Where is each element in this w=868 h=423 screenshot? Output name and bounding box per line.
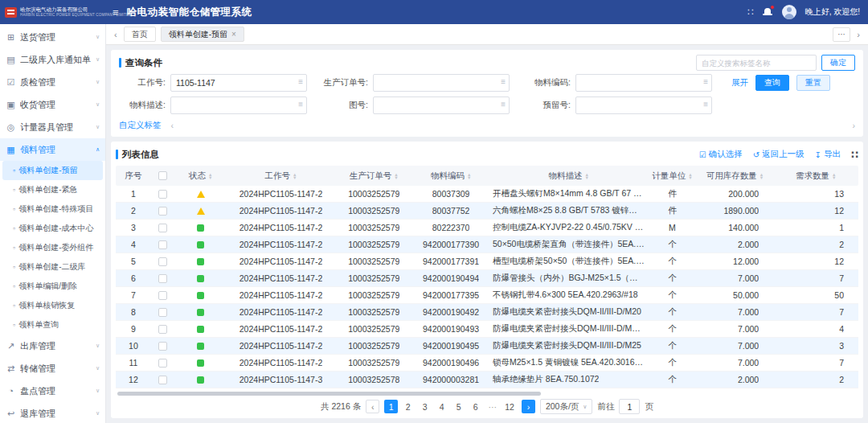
sidebar-item-material[interactable]: ▦领料管理∧ [0, 138, 105, 161]
table-row[interactable]: 32024HPC1105-1147-21000325257980222370控制… [116, 220, 858, 236]
material-desc-input[interactable] [170, 97, 307, 114]
column-header-status[interactable]: 状态▲▼ [175, 170, 227, 182]
avatar[interactable] [782, 5, 796, 19]
sidebar-subitem[interactable]: ▫领料单创建-特殊项目 [0, 199, 105, 219]
page-button[interactable]: 12 [502, 400, 517, 413]
sidebar-subitem[interactable]: ▫领料单编辑/删除 [0, 277, 105, 296]
field-list-icon[interactable]: ≡ [298, 77, 303, 86]
field-list-icon[interactable]: ≡ [703, 77, 708, 86]
column-header-material_desc[interactable]: 物料描述▲▼ [489, 170, 649, 182]
row-checkbox[interactable] [158, 342, 167, 351]
search-button[interactable]: 查询 [755, 75, 789, 91]
tabs-back-icon[interactable]: ‹ [113, 30, 119, 39]
page-button[interactable]: 1 [384, 400, 398, 413]
tabs-more-icon[interactable]: ⋯ [833, 27, 850, 42]
sidebar-subitem[interactable]: ▫领料单创建-预留 [2, 161, 103, 180]
sort-icon[interactable]: ▲▼ [467, 173, 471, 179]
sidebar-item-outbound[interactable]: ↗出库管理∨ [0, 335, 105, 357]
tabs-forward-icon[interactable]: › [855, 30, 862, 39]
goto-page-input[interactable] [619, 399, 640, 414]
sidebar-item-transfer[interactable]: ⇄转储管理∨ [0, 357, 105, 380]
sidebar-subitem[interactable]: ▫领料单核销恢复 [0, 296, 105, 315]
table-row[interactable]: 102024HPC1105-1147-210003252579942000190… [116, 338, 858, 355]
field-list-icon[interactable]: ≡ [703, 100, 708, 109]
table-row[interactable]: 112024HPC1105-1147-210003252579942000190… [116, 355, 858, 372]
sort-icon[interactable]: ▲▼ [208, 173, 212, 179]
tag-scroll-left-icon[interactable]: ‹ [171, 121, 174, 130]
table-row[interactable]: 42024HPC1105-1147-2100032525799420001773… [116, 236, 858, 253]
tab-current[interactable]: 领料单创建-预留 × [161, 27, 244, 42]
row-checkbox[interactable] [158, 190, 167, 199]
custom-tag-name-input[interactable] [696, 55, 817, 71]
order-no-input[interactable] [373, 74, 510, 92]
material-code-input[interactable] [575, 74, 712, 92]
custom-tag-label[interactable]: 自定义标签 [119, 120, 162, 131]
sort-icon[interactable]: ▲▼ [760, 173, 764, 179]
work-no-input[interactable] [170, 74, 307, 92]
tag-scroll-right-icon[interactable]: › [853, 121, 856, 130]
column-header-demand_qty[interactable]: 需求数量▲▼ [773, 170, 858, 182]
close-icon[interactable]: × [231, 31, 236, 39]
sidebar-subitem[interactable]: ▫领料单查询 [0, 315, 105, 335]
drawing-no-input[interactable] [373, 97, 510, 114]
tab-home[interactable]: 首页 [124, 27, 156, 42]
notification-bell-icon[interactable] [763, 7, 773, 18]
table-row[interactable]: 72024HPC1105-1147-2100032525799420001773… [116, 287, 858, 304]
sort-icon[interactable]: ▲▼ [585, 173, 589, 179]
table-row[interactable]: 22024HPC1105-1147-21000325257980037752六角… [116, 203, 858, 220]
next-page-button[interactable]: › [522, 400, 535, 413]
sidebar-subitem[interactable]: ▫领料单创建-紧急 [0, 180, 105, 199]
column-header-order_no[interactable]: 生产订单号▲▼ [335, 170, 412, 182]
sort-icon[interactable]: ▲▼ [688, 173, 692, 179]
row-checkbox[interactable] [158, 325, 167, 334]
row-checkbox[interactable] [158, 207, 167, 216]
column-header-material_code[interactable]: 物料编码▲▼ [412, 170, 489, 182]
sidebar-subitem[interactable]: ▫领料单创建-二级库 [0, 257, 105, 277]
row-checkbox[interactable] [158, 274, 167, 283]
select-all-checkbox[interactable] [158, 171, 167, 180]
page-size-select[interactable]: 200条/页∨ [540, 399, 593, 414]
row-checkbox[interactable] [158, 376, 167, 384]
page-button[interactable]: 2 [401, 400, 415, 413]
row-checkbox[interactable] [158, 224, 167, 232]
reserve-no-input[interactable] [575, 97, 712, 114]
table-row[interactable]: 52024HPC1105-1147-2100032525799420001773… [116, 253, 858, 270]
row-checkbox[interactable] [158, 291, 167, 300]
sidebar-item-return[interactable]: ↩退库管理∨ [0, 402, 105, 423]
sidebar-item-stocktake[interactable]: ◔盘点管理∨ [0, 380, 105, 402]
menu-collapse-icon[interactable]: ≡ [106, 6, 125, 18]
sort-icon[interactable]: ▲▼ [394, 173, 398, 179]
row-checkbox[interactable] [158, 359, 167, 368]
row-checkbox[interactable] [158, 257, 167, 266]
prev-page-button[interactable]: ‹ [366, 400, 379, 413]
scrollbar-thumb[interactable] [117, 392, 541, 396]
table-row[interactable]: 122024HPC1105-1147-310003252578942000003… [116, 372, 858, 388]
table-row[interactable]: 12024HPC1105-1147-21000325257980037309开槽… [116, 186, 858, 203]
page-button[interactable]: 6 [469, 400, 482, 413]
column-header-unit[interactable]: 计量单位▲▼ [649, 170, 697, 182]
expand-link[interactable]: 展开 [731, 77, 748, 88]
reset-button[interactable]: 重置 [796, 75, 830, 91]
confirm-select-button[interactable]: ☑确认选择 [699, 149, 743, 160]
field-list-icon[interactable]: ≡ [298, 100, 303, 109]
sidebar-subitem[interactable]: ▫领料单创建-成本中心 [0, 219, 105, 238]
confirm-button[interactable]: 确定 [821, 55, 855, 71]
sidebar-item-delivery[interactable]: ⊞送货管理∨ [0, 26, 105, 48]
sort-icon[interactable]: ▲▼ [832, 173, 836, 179]
row-checkbox[interactable] [158, 308, 167, 317]
sidebar-item-qc[interactable]: ☑质检管理∨ [0, 71, 105, 93]
field-list-icon[interactable]: ≡ [501, 100, 506, 109]
page-button[interactable]: 5 [452, 400, 465, 413]
table-row[interactable]: 82024HPC1105-1147-2100032525799420001904… [116, 304, 858, 321]
column-settings-icon[interactable]: ∷ [851, 149, 858, 161]
column-header-work_no[interactable]: 工作号▲▼ [227, 170, 336, 182]
column-header-stock_qty[interactable]: 可用库存数量▲▼ [696, 170, 773, 182]
sidebar-item-notice[interactable]: ▤二级库入库通知单∨ [0, 48, 105, 71]
sidebar-item-receive[interactable]: ▣收货管理∨ [0, 93, 105, 116]
export-button[interactable]: ↧导出 [815, 149, 841, 160]
sort-icon[interactable]: ▲▼ [293, 173, 297, 179]
page-button[interactable]: 4 [435, 400, 448, 413]
row-checkbox[interactable] [158, 240, 167, 249]
sidebar-subitem[interactable]: ▫领料单创建-委外组件 [0, 238, 105, 257]
table-row[interactable]: 92024HPC1105-1147-2100032525799420001904… [116, 321, 858, 338]
